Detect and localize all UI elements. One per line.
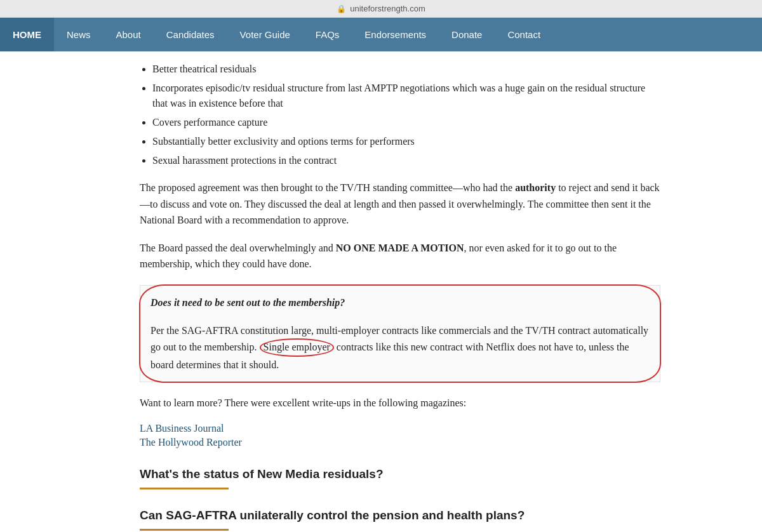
heading-underline (140, 529, 229, 531)
navigation: HOME News About Candidates Voter Guide F… (0, 18, 762, 51)
nav-news[interactable]: News (54, 18, 104, 51)
write-up-intro: Want to learn more? There were excellent… (140, 395, 660, 411)
list-item: Covers performance capture (152, 115, 660, 130)
nav-contact[interactable]: Contact (495, 18, 553, 51)
bullet-list: Better theatrical residuals Incorporates… (152, 62, 660, 168)
nav-home[interactable]: HOME (0, 18, 54, 51)
nav-voter-guide[interactable]: Voter Guide (227, 18, 303, 51)
browser-bar: 🔒 uniteforstrength.com (0, 0, 762, 18)
nav-endorsements[interactable]: Endorsements (352, 18, 439, 51)
nav-about[interactable]: About (104, 18, 154, 51)
nav-donate[interactable]: Donate (439, 18, 495, 51)
link-hollywood-reporter: The Hollywood Reporter (140, 437, 660, 448)
paragraph-1: The proposed agreement was then brought … (140, 180, 660, 229)
highlighted-box: Does it need to be sent out to the membe… (140, 285, 660, 382)
list-item: Better theatrical residuals (152, 62, 660, 77)
hollywood-reporter-link[interactable]: The Hollywood Reporter (140, 437, 242, 448)
nav-faqs[interactable]: FAQs (303, 18, 352, 51)
list-item: Substantially better exclusivity and opt… (152, 134, 660, 149)
lock-icon: 🔒 (337, 4, 346, 13)
bold-no-motion: NO ONE MADE A MOTION (336, 243, 464, 253)
la-business-journal-link[interactable]: LA Business Journal (140, 423, 224, 434)
list-item: Sexual harassment protections in the con… (152, 153, 660, 168)
nav-candidates[interactable]: Candidates (154, 18, 227, 51)
paragraph-2: The Board passed the deal overwhelmingly… (140, 240, 660, 272)
circled-text: Single employer (260, 338, 334, 356)
list-item: Incorporates episodic/tv residual struct… (152, 81, 660, 111)
heading-new-media: What's the status of New Media residuals… (140, 467, 660, 489)
link-la-biz: LA Business Journal (140, 423, 660, 434)
heading-underline (140, 488, 229, 489)
main-content: Better theatrical residuals Incorporates… (76, 51, 686, 532)
url-display: uniteforstrength.com (350, 4, 425, 13)
box-body: Per the SAG-AFTRA constitution large, mu… (150, 323, 650, 373)
box-heading: Does it need to be sent out to the membe… (150, 295, 650, 311)
bold-authority: authority (515, 182, 556, 193)
heading-pension: Can SAG-AFTRA unilaterally control the p… (140, 509, 660, 531)
